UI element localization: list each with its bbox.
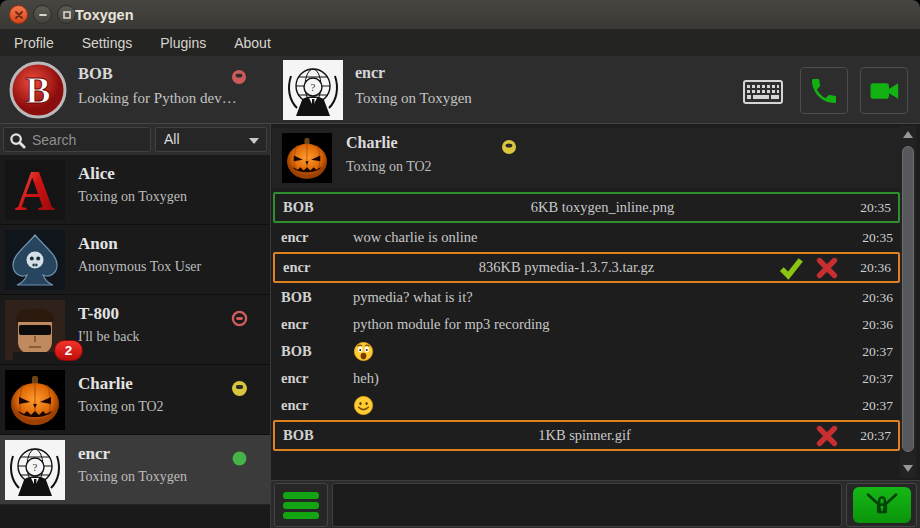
- menu-item-settings[interactable]: Settings: [68, 30, 147, 56]
- contact-status-message: Anonymous Tox User: [78, 259, 201, 275]
- contact-item-encr[interactable]: ? encr Toxing on Toxygen: [0, 435, 270, 505]
- video-camera-icon: [867, 74, 901, 108]
- accept-file-button[interactable]: [778, 255, 804, 281]
- unread-badge: 2: [54, 340, 83, 361]
- file-transfer-actions: [814, 423, 840, 449]
- chat-area: Charlie Toxing on TO2 BOB 6KB toxygen_in…: [270, 124, 920, 480]
- peer-avatar: ?: [283, 60, 343, 120]
- cancel-file-button[interactable]: [814, 423, 840, 449]
- banner-away-status-icon: [501, 139, 517, 155]
- contact-filter-dropdown[interactable]: All: [155, 127, 267, 152]
- message-text: wow charlie is online: [353, 229, 852, 246]
- message-text: pymedia? what is it?: [353, 289, 852, 306]
- message-row[interactable]: BOB 6KB toxygen_inline.png 20:35: [273, 192, 900, 223]
- peer-name: encr: [355, 64, 385, 82]
- message-sender: encr: [273, 229, 353, 246]
- menu-item-profile[interactable]: Profile: [0, 30, 68, 56]
- svg-text:?: ?: [311, 81, 316, 93]
- maximize-icon: [62, 10, 72, 20]
- message-input[interactable]: [332, 483, 842, 527]
- top-panel: B BOB Looking for Python dev… ? encr Tox…: [0, 56, 920, 124]
- filter-selected-value: All: [164, 131, 180, 147]
- window-title: Toxygen: [75, 0, 134, 30]
- composer-bar: [270, 480, 920, 528]
- message-time: 20:36: [852, 290, 900, 306]
- hamburger-menu-icon: [283, 492, 319, 499]
- message-time: 20:37: [850, 428, 898, 444]
- phone-icon: [808, 75, 840, 107]
- contact-avatar: ?: [5, 440, 65, 500]
- scroll-up-icon[interactable]: [903, 131, 913, 138]
- chat-peer-banner[interactable]: Charlie Toxing on TO2: [272, 128, 900, 188]
- peer-status-message: Toxing on Toxygen: [355, 90, 472, 107]
- contact-status-icon: [231, 450, 248, 467]
- message-row[interactable]: BOB 20:37: [273, 339, 900, 364]
- file-transfer-actions: [778, 255, 840, 281]
- menubar: ProfileSettingsPluginsAbout: [0, 30, 920, 56]
- message-text: 6KB toxygen_inline.png: [355, 199, 850, 216]
- svg-text:B: B: [25, 69, 50, 111]
- video-call-button[interactable]: [860, 67, 908, 114]
- chat-scrollbar: [900, 126, 916, 478]
- contact-item-t-800[interactable]: T-800 I'll be back 2: [0, 295, 270, 365]
- emoji-shocked-icon: [353, 341, 852, 362]
- contact-item-alice[interactable]: A Alice Toxing on Toxygen: [0, 155, 270, 225]
- app-window: Toxygen ProfileSettingsPluginsAbout B BO…: [0, 0, 920, 528]
- banner-avatar: [282, 133, 332, 183]
- contact-status-icon: [231, 310, 248, 327]
- send-button[interactable]: [846, 483, 917, 527]
- contact-status-message: Toxing on Toxygen: [78, 189, 187, 205]
- maximize-button[interactable]: [57, 5, 76, 24]
- self-status-message: Looking for Python dev…: [78, 90, 237, 107]
- close-icon: [14, 10, 24, 20]
- titlebar[interactable]: Toxygen: [0, 0, 920, 30]
- cancel-file-button[interactable]: [814, 255, 840, 281]
- contact-name: Anon: [78, 234, 118, 254]
- message-row[interactable]: encr wow charlie is online 20:35: [273, 225, 900, 250]
- message-row[interactable]: BOB pymedia? what is it? 20:36: [273, 285, 900, 310]
- message-time: 20:35: [850, 200, 898, 216]
- chevron-down-icon: [249, 138, 259, 144]
- message-time: 20:36: [850, 260, 898, 276]
- contact-name: encr: [78, 444, 110, 464]
- scrollbar-thumb[interactable]: [902, 146, 914, 452]
- self-name: BOB: [78, 64, 113, 84]
- minimize-button[interactable]: [33, 5, 52, 24]
- audio-call-button[interactable]: [800, 67, 848, 114]
- message-row[interactable]: BOB 1KB spinner.gif 20:37: [273, 420, 900, 451]
- message-row[interactable]: encr 20:37: [273, 393, 900, 418]
- message-row[interactable]: encr heh) 20:37: [273, 366, 900, 391]
- contact-item-charlie[interactable]: Charlie Toxing on TO2: [0, 365, 270, 435]
- self-busy-status-icon[interactable]: [231, 69, 247, 85]
- search-row: All: [0, 124, 270, 155]
- menu-item-plugins[interactable]: Plugins: [146, 30, 220, 56]
- contact-name: Charlie: [78, 374, 133, 394]
- contact-item-anon[interactable]: Anon Anonymous Tox User: [0, 225, 270, 295]
- search-input[interactable]: [30, 129, 146, 150]
- contact-avatar: [5, 230, 65, 290]
- emoji-smile-icon: [353, 395, 852, 416]
- menu-item-about[interactable]: About: [220, 30, 285, 56]
- message-sender: BOB: [273, 343, 353, 360]
- message-row[interactable]: encr python module for mp3 recording 20:…: [273, 312, 900, 337]
- search-box[interactable]: [3, 127, 151, 152]
- contact-name: T-800: [78, 304, 119, 324]
- message-time: 20:37: [852, 398, 900, 414]
- banner-status-message: Toxing on TO2: [346, 159, 432, 175]
- contact-name: Alice: [78, 164, 115, 184]
- message-text: 1KB spinner.gif: [355, 427, 814, 444]
- encrypted-send-icon: [853, 487, 911, 523]
- scroll-down-icon[interactable]: [903, 465, 913, 472]
- composer-menu-button[interactable]: [274, 483, 328, 527]
- message-text: 836KB pymedia-1.3.7.3.tar.gz: [355, 259, 778, 276]
- self-avatar[interactable]: B: [8, 60, 68, 120]
- message-row[interactable]: encr 836KB pymedia-1.3.7.3.tar.gz 20:36: [273, 252, 900, 283]
- message-sender: BOB: [275, 427, 355, 444]
- message-sender: encr: [275, 259, 355, 276]
- contact-status-message: Toxing on TO2: [78, 399, 164, 415]
- search-icon: [9, 132, 26, 149]
- message-sender: encr: [273, 316, 353, 333]
- close-button[interactable]: [9, 5, 28, 24]
- message-time: 20:37: [852, 344, 900, 360]
- keyboard-icon[interactable]: [743, 80, 783, 104]
